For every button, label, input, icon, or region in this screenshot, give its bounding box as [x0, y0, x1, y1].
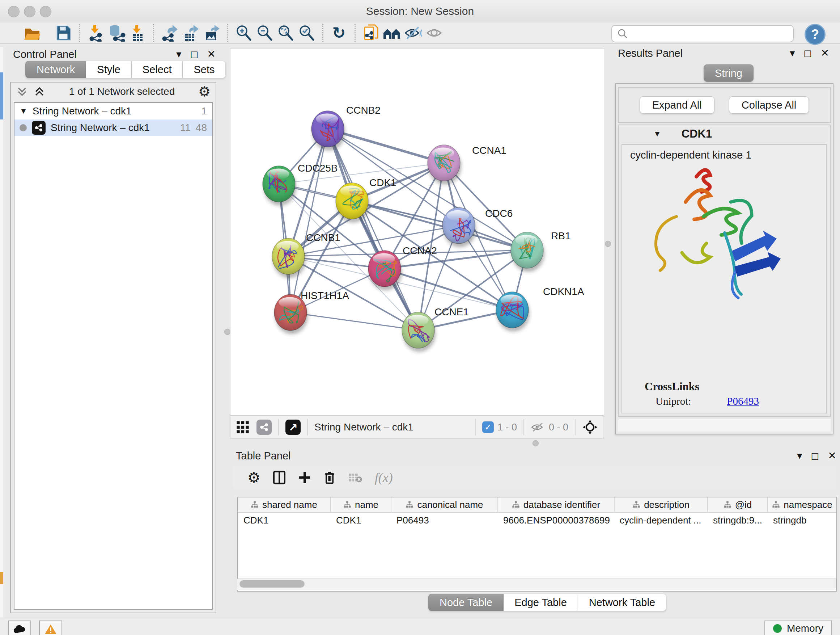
warning-status-button[interactable]	[39, 621, 62, 635]
show-glass-button[interactable]	[424, 24, 445, 42]
results-panel-close-icon[interactable]: ✕	[821, 48, 829, 58]
network-node-CCNB2[interactable]	[311, 111, 345, 150]
search-input[interactable]	[628, 28, 793, 40]
column-header--id[interactable]: @id	[707, 497, 767, 512]
network-collection-row[interactable]: ▼ String Network – cdk1 1	[14, 103, 212, 119]
expand-all-chevron-icon[interactable]	[33, 86, 46, 98]
expand-all-button[interactable]: Expand All	[639, 96, 714, 114]
string-home-button[interactable]	[382, 24, 403, 42]
tab-sets[interactable]: Sets	[183, 61, 226, 78]
network-node-CCNA2[interactable]	[368, 250, 402, 290]
detach-view-icon[interactable]: ↗	[286, 420, 301, 435]
table-panel-float-icon[interactable]: ◻	[811, 451, 819, 461]
network-edge-HIST1H1A-CCNE1[interactable]	[291, 312, 418, 330]
apply-layout-button[interactable]: ↻	[328, 24, 349, 42]
export-table-button[interactable]	[180, 24, 201, 42]
tab-node-table[interactable]: Node Table	[428, 594, 504, 611]
network-node-CCNA1[interactable]	[428, 145, 461, 185]
column-header-namespace[interactable]: namespace	[767, 497, 836, 512]
network-panel-toolbar: 1 of 1 Network selected ⚙	[11, 82, 216, 101]
control-panel-menu-icon[interactable]: ▾	[176, 49, 181, 59]
table-cell[interactable]: 9606.ENSP00000378699	[497, 513, 614, 528]
network-node-CDKN1A[interactable]	[496, 292, 530, 332]
tab-style[interactable]: Style	[86, 61, 131, 78]
collection-expand-icon[interactable]: ▼	[19, 106, 27, 116]
hide-glass-button[interactable]	[403, 24, 424, 42]
memory-button[interactable]: Memory	[764, 621, 832, 635]
table-cell[interactable]: stringdb:9...	[707, 513, 767, 528]
import-table-button[interactable]	[127, 24, 148, 42]
selected-checkbox-icon[interactable]: ✓	[482, 421, 494, 433]
table-row[interactable]: CDK1CDK1P064939606.ENSP00000378699cyclin…	[238, 513, 836, 528]
save-session-button[interactable]	[53, 24, 74, 42]
tab-select[interactable]: Select	[132, 61, 183, 78]
tab-network-table[interactable]: Network Table	[578, 594, 666, 611]
network-node-CDC25B[interactable]	[263, 166, 296, 206]
tab-network[interactable]: Network	[25, 61, 86, 78]
network-node-CDC6[interactable]	[442, 207, 476, 247]
network-edge-CCNB2-HIST1H1A[interactable]	[291, 129, 328, 312]
delete-column-trash-icon[interactable]	[324, 470, 336, 485]
table-options-gear-icon[interactable]: ⚙	[248, 470, 261, 485]
tab-string[interactable]: String	[704, 65, 753, 82]
network-row[interactable]: String Network – cdk1 11 48	[14, 119, 212, 136]
import-network-from-database-button[interactable]	[106, 24, 127, 42]
network-node-CDK1[interactable]	[336, 183, 369, 223]
control-panel-float-icon[interactable]: ◻	[190, 49, 198, 59]
zoom-out-button[interactable]	[254, 24, 275, 42]
network-share-icon[interactable]	[256, 420, 272, 435]
cytoscape-window: Session: New Session	[0, 0, 840, 635]
results-panel-menu-icon[interactable]: ▾	[790, 48, 795, 58]
network-options-gear-icon[interactable]: ⚙	[198, 85, 210, 98]
collapse-all-chevron-icon[interactable]	[16, 86, 28, 98]
table-cell[interactable]: P06493	[391, 513, 497, 528]
network-edge-CCNB2-CCNA1[interactable]	[328, 129, 444, 163]
column-header-name[interactable]: name	[330, 497, 391, 512]
table-cell[interactable]: cyclin-dependent ...	[614, 513, 707, 528]
memory-label: Memory	[787, 623, 823, 634]
center-view-crosshair-icon[interactable]	[582, 419, 598, 435]
left-splitter-handle[interactable]	[224, 329, 231, 335]
hidden-count: 0 - 0	[549, 422, 568, 433]
network-node-RB1[interactable]	[511, 232, 545, 272]
column-header-shared-name[interactable]: shared name	[238, 497, 330, 512]
hidden-eye-slash-icon[interactable]	[531, 421, 545, 433]
help-button[interactable]: ?	[805, 24, 826, 45]
bottom-splitter-handle[interactable]	[532, 440, 538, 447]
results-panel-scrollbar[interactable]	[618, 419, 831, 432]
crosslink-link[interactable]: P06493	[727, 395, 759, 407]
network-node-CCNE1[interactable]	[402, 312, 436, 352]
cloud-status-button[interactable]	[8, 621, 31, 635]
network-canvas[interactable]: CCNB2CCNA1CDC25BCDK1CDC6RB1CCNB1CCNA2CDK…	[230, 48, 604, 416]
table-panel-menu-icon[interactable]: ▾	[797, 451, 802, 461]
protein-expand-icon[interactable]: ▼	[653, 129, 661, 139]
right-splitter-handle[interactable]	[605, 241, 611, 247]
table-scrollbar-thumb[interactable]	[240, 580, 305, 587]
import-network-button[interactable]	[85, 24, 106, 42]
string-import-button[interactable]	[361, 24, 382, 42]
zoom-selected-button[interactable]	[296, 24, 317, 42]
column-header-database-identifier[interactable]: database identifier	[497, 497, 614, 512]
add-column-icon[interactable]	[298, 471, 311, 484]
export-network-button[interactable]	[159, 24, 180, 42]
table-horizontal-scrollbar[interactable]	[237, 578, 836, 590]
table-panel-close-icon[interactable]: ✕	[828, 451, 836, 461]
column-header-canonical-name[interactable]: canonical name	[391, 497, 497, 512]
zoom-in-icon	[235, 24, 253, 42]
tab-edge-table[interactable]: Edge Table	[504, 594, 578, 611]
results-panel-float-icon[interactable]: ◻	[804, 48, 812, 58]
birdseye-grid-icon[interactable]	[235, 420, 250, 434]
open-session-button[interactable]	[22, 24, 43, 42]
table-cell[interactable]: CDK1	[238, 513, 330, 528]
export-image-button[interactable]	[201, 24, 222, 42]
zoom-fit-button[interactable]	[275, 24, 296, 42]
table-cell[interactable]: CDK1	[330, 513, 391, 528]
protein-section-header[interactable]: ▼ CDK1	[619, 125, 830, 143]
show-columns-icon[interactable]	[273, 470, 286, 485]
control-panel-close-icon[interactable]: ✕	[207, 49, 216, 59]
column-header-description[interactable]: description	[614, 497, 707, 512]
network-node-CCNB1[interactable]	[272, 238, 306, 278]
zoom-in-button[interactable]	[233, 24, 254, 42]
collapse-all-button[interactable]: Collapse All	[729, 96, 809, 114]
table-cell[interactable]: stringdb	[767, 513, 836, 528]
